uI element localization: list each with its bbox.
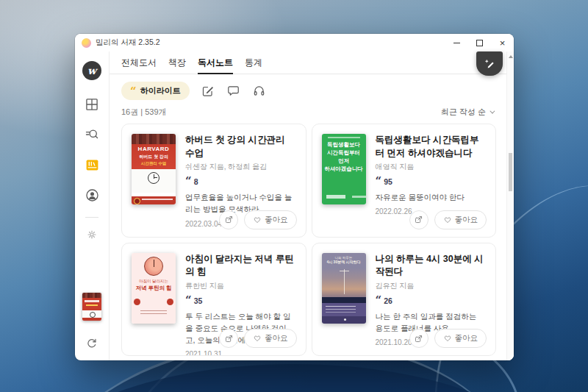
mini-cover-photo — [82, 293, 101, 298]
note-card[interactable]: 나의 하루는 4시 30분에 시작한다 나의 하루는 4시 30분에 시작된다 … — [312, 243, 497, 357]
compose-note-icon[interactable] — [201, 84, 215, 99]
book-author: 쉬셴장 지음, 하정희 옮김 — [185, 162, 296, 172]
scroll-up-arrow[interactable] — [509, 55, 513, 58]
cover-bottom-band — [132, 196, 176, 204]
tab-bookshelf[interactable]: 책장 — [168, 51, 186, 74]
bookshelf-icon-active[interactable] — [84, 157, 100, 173]
cover-line: 먼저 — [322, 157, 366, 165]
cover-sky: 나의 하루는 4시 30분에 시작한다 — [322, 253, 366, 297]
tab-all-books[interactable]: 전체도서 — [121, 51, 157, 74]
quote-icon: “ — [376, 298, 382, 304]
note-type-toolbar: “ 하이라이트 — [110, 74, 514, 103]
title-bar: 밀리의 서재 2.35.2 × — [75, 34, 514, 51]
quote-count-number: 95 — [384, 177, 392, 186]
quote-count-number: 35 — [194, 296, 203, 305]
cover-photo-strip — [132, 134, 176, 144]
cover-title-area: 나의 하루는 4시 30분에 시작한다 — [322, 253, 366, 324]
cover-line: 아침이 달라지는 — [132, 279, 176, 284]
quote-count: “ 35 — [185, 296, 296, 305]
cover-text-bars — [140, 310, 167, 316]
share-button[interactable] — [219, 210, 238, 229]
comment-bubble-icon[interactable] — [226, 84, 241, 99]
cover-line: 4시 30분에 시작한다 — [322, 260, 366, 264]
tab-reading-notes[interactable]: 독서노트 — [198, 51, 233, 74]
new-note-button[interactable] — [476, 51, 503, 76]
refresh-icon[interactable] — [84, 335, 100, 352]
quote-icon: “ — [185, 179, 192, 185]
moon-clock-illustration — [144, 257, 163, 276]
like-button[interactable]: 좋아요 — [434, 329, 487, 348]
quote-icon: “ — [185, 298, 192, 304]
like-label: 좋아요 — [265, 333, 288, 343]
tab-label: 통계 — [245, 57, 262, 69]
scrollbar-thumb[interactable] — [509, 153, 512, 191]
tab-statistics[interactable]: 통계 — [245, 51, 262, 74]
book-author: 류한빈 지음 — [185, 281, 296, 291]
scrollbar[interactable] — [506, 51, 514, 360]
cover-line: 독립생활보다 — [322, 141, 366, 149]
book-author: 김유진 지음 — [376, 281, 487, 291]
note-card[interactable]: HARVARD 하버드 첫 강의 시간관리 수업 하버드 첫 강의 시간관리 수… — [121, 124, 306, 238]
book-title: 아침이 달라지는 저녁 루틴의 힘 — [185, 253, 296, 279]
minimize-button[interactable] — [445, 34, 468, 51]
note-card-grid: HARVARD 하버드 첫 강의 시간관리 수업 하버드 첫 강의 시간관리 수… — [110, 122, 514, 360]
note-date: 2021.10.31 — [185, 350, 296, 356]
cover-text-band — [322, 303, 366, 316]
highlight-quote: 자유로운 몸뚱이여야 한다 — [376, 191, 487, 203]
book-cover: 아침이 달라지는 저녁 루틴의 힘 — [132, 253, 176, 324]
maximize-icon — [476, 40, 483, 46]
note-card[interactable]: 아침이 달라지는 저녁 루틴의 힘 아침이 달라지는 저녁 루틴의 힘 류한빈 … — [121, 243, 306, 357]
like-label: 좋아요 — [455, 215, 478, 225]
mini-cover-clock — [82, 310, 101, 318]
quote-count-number: 26 — [384, 296, 392, 305]
share-button[interactable] — [219, 329, 238, 348]
share-button[interactable] — [409, 210, 429, 229]
cover-title-area: HARVARD 하버드 첫 강의 시간관리 수업 — [132, 144, 176, 169]
like-label: 좋아요 — [265, 215, 288, 225]
note-card[interactable]: 독립생활보다 시간독립부터 먼저 하셔야겠습니다 독립생활보다 시간독립부터 먼… — [312, 124, 497, 238]
quote-count-number: 8 — [194, 177, 198, 186]
library-grid-icon[interactable] — [84, 96, 100, 113]
note-count: 16권 | 539개 — [121, 107, 167, 118]
quote-count: “ 95 — [376, 177, 487, 186]
window-title: 밀리의 서재 2.35.2 — [96, 38, 445, 48]
share-button[interactable] — [409, 329, 429, 348]
headphones-icon[interactable] — [252, 84, 267, 99]
cover-brand: HARVARD — [132, 146, 176, 152]
mini-cover-body — [82, 298, 101, 310]
cover-footer — [322, 316, 366, 324]
book-author: 애영직 지음 — [376, 162, 487, 172]
millie-logo-icon[interactable]: w — [82, 61, 101, 80]
quote-count: “ 8 — [185, 177, 296, 186]
maximize-button[interactable] — [468, 34, 491, 51]
mini-cover-band — [82, 318, 101, 321]
close-icon: × — [500, 38, 506, 48]
cover-line: 나의 하루는 — [322, 253, 366, 260]
tab-label: 책장 — [168, 57, 186, 69]
tab-bar: 전체도서 책장 독서노트 통계 — [110, 51, 514, 74]
book-title: 독립생활보다 시간독립부터 먼저 하셔야겠습니다 — [376, 134, 487, 160]
profile-icon[interactable] — [84, 187, 100, 203]
quote-icon: “ — [130, 88, 137, 94]
settings-gear-icon[interactable] — [84, 227, 100, 243]
sort-dropdown[interactable]: 최근 작성 순 — [441, 107, 493, 118]
like-label: 좋아요 — [455, 333, 478, 343]
minimize-icon — [453, 43, 460, 43]
book-title: 하버드 첫 강의 시간관리 수업 — [185, 134, 296, 160]
search-icon[interactable] — [84, 126, 100, 143]
cover-line: 하셔야겠습니다 — [322, 165, 366, 174]
streetlight-illustration — [344, 269, 345, 294]
clock-illustration — [148, 172, 159, 184]
recent-book-thumbnail[interactable] — [82, 293, 101, 321]
chevron-down-icon — [490, 109, 495, 114]
quote-count: “ 26 — [376, 296, 487, 305]
highlight-filter-pill[interactable]: “ 하이라이트 — [121, 82, 190, 100]
count-row: 16권 | 539개 최근 작성 순 — [110, 103, 514, 122]
app-window: 밀리의 서재 2.35.2 × w — [75, 34, 514, 360]
app-icon — [82, 38, 91, 48]
like-button[interactable]: 좋아요 — [434, 210, 487, 229]
sidebar-divider — [85, 217, 98, 218]
like-button[interactable]: 좋아요 — [244, 210, 297, 229]
like-button[interactable]: 좋아요 — [244, 329, 297, 348]
close-button[interactable]: × — [491, 34, 514, 51]
